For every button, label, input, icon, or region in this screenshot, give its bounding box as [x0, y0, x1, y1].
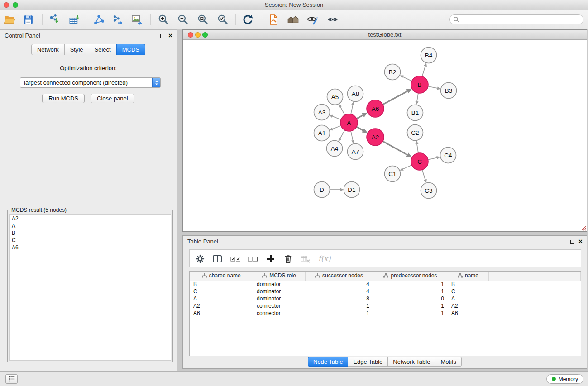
result-item[interactable]: B: [10, 229, 171, 237]
zoom-selected-button[interactable]: [215, 12, 230, 27]
table-settings-button[interactable]: [193, 253, 207, 265]
edge-B-B4[interactable]: [422, 66, 425, 76]
graph-node-A4[interactable]: A4: [327, 141, 343, 157]
tab-style[interactable]: Style: [64, 44, 89, 55]
table-cell[interactable]: A: [190, 295, 253, 302]
import-table-button[interactable]: [67, 12, 82, 27]
graph-node-B1[interactable]: B1: [407, 105, 423, 121]
table-cell[interactable]: A2: [190, 302, 253, 310]
resize-grip-icon[interactable]: [580, 225, 586, 231]
graph-node-A[interactable]: A: [340, 114, 358, 131]
result-item[interactable]: C: [10, 237, 171, 244]
memory-button[interactable]: Memory: [546, 374, 583, 384]
table-cell[interactable]: C: [448, 288, 488, 295]
graph-node-A8[interactable]: A8: [348, 86, 363, 102]
table-cell[interactable]: dominator: [253, 281, 305, 288]
edge-A-A8[interactable]: [351, 105, 353, 114]
edge-C-C4[interactable]: [428, 158, 437, 160]
table-row[interactable]: Adominator80A: [190, 295, 581, 302]
task-history-button[interactable]: [5, 374, 18, 384]
column-header-name[interactable]: name: [448, 272, 488, 281]
graph-node-A1[interactable]: A1: [314, 125, 330, 141]
show-all-button[interactable]: [325, 12, 340, 27]
close-panel-icon[interactable]: ×: [168, 32, 172, 39]
edge-B-B2[interactable]: [403, 77, 412, 81]
graph-node-C[interactable]: C: [411, 153, 428, 170]
save-session-button[interactable]: [20, 12, 36, 27]
table-cell[interactable]: 4: [305, 281, 373, 288]
zoom-fit-button[interactable]: [195, 12, 210, 27]
result-item[interactable]: A6: [10, 244, 171, 251]
tab-network-table[interactable]: Network Table: [387, 357, 435, 367]
new-network-from-selection-button[interactable]: [266, 12, 281, 27]
table-cell[interactable]: 1: [305, 302, 373, 310]
edge-A-A3[interactable]: [333, 116, 341, 119]
export-network-button[interactable]: [110, 12, 125, 27]
table-row[interactable]: Cdominator41C: [190, 288, 581, 295]
tab-network[interactable]: Network: [31, 44, 65, 55]
edge-A2-C[interactable]: [383, 141, 407, 155]
table-cell[interactable]: 0: [373, 295, 448, 302]
table-cell[interactable]: connector: [253, 310, 305, 317]
edge-A-A6[interactable]: [357, 115, 363, 119]
first-neighbors-button[interactable]: [285, 12, 301, 27]
edge-C-C3[interactable]: [422, 170, 425, 180]
table-cell[interactable]: 8: [305, 295, 373, 302]
zoom-in-button[interactable]: [156, 12, 171, 27]
graph-node-C1[interactable]: C1: [385, 166, 401, 182]
table-cell[interactable]: A: [448, 295, 488, 302]
import-network-button[interactable]: [47, 12, 62, 27]
table-cell[interactable]: A6: [448, 310, 488, 317]
graph-node-C2[interactable]: C2: [407, 125, 423, 141]
edge-C-C2[interactable]: [417, 144, 418, 153]
edge-A-A1[interactable]: [333, 126, 341, 129]
edge-C-C1[interactable]: [403, 165, 411, 169]
column-header-predecessor-nodes[interactable]: predecessor nodes: [373, 272, 448, 281]
table-cell[interactable]: C: [190, 288, 253, 295]
search-input[interactable]: [459, 16, 583, 23]
zoom-out-button[interactable]: [175, 12, 191, 27]
function-builder-button[interactable]: [298, 253, 312, 265]
graph-node-B3[interactable]: B3: [441, 83, 457, 99]
graph-node-B4[interactable]: B4: [421, 48, 437, 63]
table-cell[interactable]: connector: [253, 302, 305, 310]
column-header-shared-name[interactable]: shared name: [190, 272, 253, 281]
edge-A6-B[interactable]: [383, 91, 407, 105]
refresh-layout-button[interactable]: [240, 12, 255, 27]
float-panel-icon[interactable]: [160, 34, 164, 38]
edge-A-A5[interactable]: [340, 107, 345, 115]
graph-node-A5[interactable]: A5: [327, 89, 343, 105]
network-window-titlebar[interactable]: testGlobe.txt: [183, 30, 587, 40]
table-row[interactable]: A2connector11A2: [190, 302, 581, 310]
table-cell[interactable]: 1: [373, 288, 448, 295]
column-header-MCDS-role[interactable]: MCDS role: [253, 272, 305, 281]
graph-node-C3[interactable]: C3: [421, 183, 437, 199]
table-cell[interactable]: A6: [190, 310, 253, 317]
graph-node-D[interactable]: D: [314, 182, 330, 198]
table-cell[interactable]: B: [448, 281, 488, 288]
select-all-button[interactable]: [229, 253, 242, 265]
table-cell[interactable]: 1: [305, 310, 373, 317]
close-panel-icon[interactable]: ×: [578, 238, 583, 245]
graph-node-A7[interactable]: A7: [348, 144, 363, 160]
export-image-button[interactable]: [129, 12, 145, 27]
tab-edge-table[interactable]: Edge Table: [348, 357, 388, 367]
edge-A-A7[interactable]: [351, 131, 353, 141]
edge-A-A4[interactable]: [340, 130, 344, 138]
graph-node-A2[interactable]: A2: [367, 129, 384, 146]
table-cell[interactable]: dominator: [253, 295, 305, 302]
tab-motifs[interactable]: Motifs: [435, 357, 462, 367]
result-item[interactable]: A: [10, 222, 171, 229]
add-column-button[interactable]: [264, 253, 277, 265]
tab-node-table[interactable]: Node Table: [308, 357, 349, 367]
graph-node-B2[interactable]: B2: [385, 64, 401, 80]
float-panel-icon[interactable]: [570, 240, 574, 244]
graph-node-D1[interactable]: D1: [344, 182, 360, 198]
graph-node-B[interactable]: B: [411, 76, 428, 93]
close-panel-button[interactable]: Close panel: [91, 94, 134, 103]
table-cell[interactable]: 1: [373, 310, 448, 317]
graph-node-A6[interactable]: A6: [367, 100, 384, 117]
deselect-all-button[interactable]: [246, 253, 259, 265]
run-mcds-button[interactable]: Run MCDS: [42, 94, 85, 103]
fx-equation-label[interactable]: f(x): [318, 253, 330, 265]
